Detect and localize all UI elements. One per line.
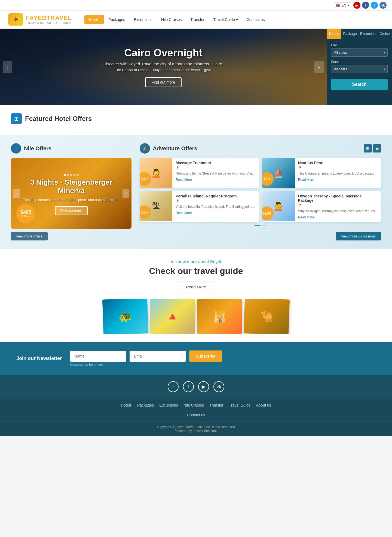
- search-panel: Hotels Package Excursion Cruise City All…: [327, 29, 392, 105]
- paradise-desc: Visit the beautiful Paradise Island. The…: [176, 205, 255, 209]
- footer-powered: Powered by Innovix Solutions: [11, 429, 381, 433]
- footer-link-excursions[interactable]: Excursions: [159, 403, 178, 407]
- nav-item-travel-guide[interactable]: Travel Guide ▾: [209, 15, 242, 24]
- nav-item-hotels[interactable]: Hotels: [84, 15, 104, 24]
- city-select[interactable]: All cities Cairo Luxor Aswan Sharm El Sh…: [331, 48, 388, 57]
- adventure-card-inner: 💆 $190 Oxygen Therapy - Special Massage …: [262, 191, 381, 222]
- sea-image-placeholder: 🐢: [102, 299, 148, 334]
- footer-link-nile[interactable]: Nile Cruises: [183, 403, 204, 407]
- adv-page-1: [255, 225, 260, 226]
- nile-slide-desc: This ship creates the perfect atmosphere…: [16, 198, 126, 202]
- hero-title: Cairo Overnight: [103, 47, 223, 59]
- footer-twitter-icon[interactable]: t: [183, 381, 194, 392]
- oxygen-read-more[interactable]: Read More: [298, 215, 314, 219]
- guide-read-more-button[interactable]: Read More: [178, 282, 214, 292]
- footer-link-hotels[interactable]: Hotels: [121, 403, 132, 407]
- boat-desc: This Catamaran means Luxury pure. It got…: [298, 172, 378, 175]
- featured-section: ⊞ Featured Hotel Offers: [0, 105, 392, 135]
- paradise-read-more[interactable]: Read More: [176, 211, 192, 215]
- nile-slider: ‹ 3 Nights - Steigenberger Minerva This …: [11, 158, 131, 229]
- grid-view-button[interactable]: ⊞: [364, 144, 372, 152]
- logo-sub: ENJOY A UNIQUE EXPERINECE: [26, 22, 74, 25]
- footer-copyright: Copyright © Fayed Travel - 2020. All Rig…: [11, 425, 381, 429]
- chevron-down-icon: ▾: [347, 3, 349, 7]
- guide-title: Check our travel guide: [11, 266, 381, 276]
- nile-slider-next[interactable]: ›: [122, 189, 129, 198]
- adventure-img-wrap-4: 💆 $190: [262, 191, 295, 222]
- oxygen-info: Oxygen Therapy - Special Massage Package…: [295, 191, 381, 222]
- boat-read-more[interactable]: Read More: [298, 178, 314, 182]
- massage-title: Massage Treatment: [176, 161, 255, 165]
- guide-section: to know more about Egypt Check our trave…: [0, 249, 392, 342]
- youtube-icon[interactable]: ▶: [353, 2, 360, 9]
- newsletter-subscribe-button[interactable]: Subscribe: [189, 350, 222, 362]
- nile-slider-prev[interactable]: ‹: [13, 189, 20, 198]
- city-select-wrapper: All cities Cairo Luxor Aswan Sharm El Sh…: [331, 48, 388, 57]
- adventure-card: 🏝 $29 Paradise Island, Regular Program 📍…: [140, 191, 259, 222]
- footer-link-packages[interactable]: Packages: [137, 403, 154, 407]
- person-icon: 👤: [13, 146, 19, 151]
- facebook-icon[interactable]: f: [362, 2, 369, 9]
- paradise-location: 📍: [176, 199, 255, 203]
- grid-icon: ⊞: [14, 115, 19, 122]
- nav-item-nile-cruises[interactable]: Nile Cruises: [157, 15, 186, 24]
- search-tab-excursion[interactable]: Excursion: [359, 29, 377, 39]
- nav-item-transfer[interactable]: Transfer: [186, 15, 209, 24]
- adventure-grid: 💆 $40 Massage Treatment 📍 Relax, and let…: [140, 158, 381, 222]
- search-button[interactable]: Search: [331, 79, 388, 90]
- nile-offers-col: 👤 Nile Offers ‹ 3 Nights - Steigenberger…: [11, 143, 131, 240]
- search-tab-hotels[interactable]: Hotels: [327, 29, 341, 39]
- footer-facebook-icon[interactable]: f: [168, 381, 179, 392]
- nile-price-badge: $405 4 Days: [16, 204, 35, 223]
- paradise-title: Paradise Island, Regular Program: [176, 194, 255, 198]
- nile-price: $405: [20, 210, 31, 215]
- newsletter-form-wrap: Subscribe Unsubscribe from here: [70, 350, 222, 367]
- city-group: City All cities Cairo Luxor Aswan Sharm …: [331, 43, 388, 57]
- search-tab-package[interactable]: Package: [341, 29, 359, 39]
- list-view-button[interactable]: ☰: [373, 144, 381, 152]
- unsubscribe-link[interactable]: Unsubscribe from here: [70, 363, 222, 367]
- newsletter-name-input[interactable]: [70, 351, 126, 362]
- logo[interactable]: ✈ FAYEDTRAVEL ENJOY A UNIQUE EXPERINECE: [8, 13, 74, 26]
- vk-icon[interactable]: vk: [379, 2, 387, 9]
- nile-dot-1: [64, 174, 66, 176]
- hero-cta-button[interactable]: Find out more: [145, 77, 182, 87]
- hero-next-button[interactable]: ›: [314, 61, 324, 73]
- nile-offers-header: 👤 Nile Offers: [11, 143, 131, 154]
- hero-subtitle: Discover with Fayed Travel the city of a…: [103, 62, 223, 66]
- city-label: City: [331, 43, 388, 47]
- footer-youtube-icon[interactable]: ▶: [198, 381, 209, 392]
- search-tab-cruise[interactable]: Cruise: [377, 29, 392, 39]
- massage-location: 📍: [176, 166, 255, 170]
- nav-item-excursions[interactable]: Excursions: [130, 15, 157, 24]
- massage-desc: Relax, and let the Stress & Pain be away…: [176, 172, 255, 175]
- guide-image-pyramids: 🔺: [150, 299, 195, 334]
- adventure-title: Adventure Offers: [153, 145, 197, 152]
- nile-find-out-button[interactable]: Find out more: [55, 206, 88, 215]
- oxygen-location: 📍: [298, 204, 378, 208]
- nile-view-more-button[interactable]: view more offers: [11, 232, 48, 240]
- stars-label: Stars: [331, 60, 388, 64]
- top-bar: 🇬🇧 EN ▾ ▶ f t vk: [0, 0, 392, 11]
- footer-link-guide[interactable]: Travel Guide: [229, 403, 251, 407]
- nav-item-contact[interactable]: Contact us: [242, 15, 269, 24]
- hero-prev-button[interactable]: ‹: [3, 61, 12, 73]
- view-more-excursions-button[interactable]: view more Excursions: [336, 232, 381, 240]
- flag-icon: 🇬🇧: [336, 3, 340, 7]
- twitter-icon[interactable]: t: [371, 2, 378, 9]
- footer-link-transfer[interactable]: Transfer: [209, 403, 223, 407]
- nav-item-packages[interactable]: Packages: [104, 15, 129, 24]
- adventure-card-inner: ⛵ $70 Nautilus Pearl 📍 This Catamaran me…: [262, 158, 381, 188]
- newsletter-email-input[interactable]: [130, 351, 186, 362]
- footer-vk-icon[interactable]: vk: [213, 381, 224, 392]
- nile-dot-4: [74, 174, 76, 176]
- stars-select[interactable]: All Stars 5 Stars 4 Stars 3 Stars 2 Star…: [331, 65, 388, 73]
- footer-bottom: Copyright © Fayed Travel - 2020. All Rig…: [0, 422, 392, 436]
- footer-link-about[interactable]: About us: [256, 403, 271, 407]
- footer-link-contact[interactable]: Contact us: [187, 413, 205, 417]
- massage-read-more[interactable]: Read More: [176, 178, 192, 182]
- adventure-card-inner: 🏝 $29 Paradise Island, Regular Program 📍…: [140, 191, 259, 221]
- paradise-info: Paradise Island, Regular Program 📍 Visit…: [172, 191, 259, 221]
- language-selector[interactable]: 🇬🇧 EN ▾: [334, 2, 351, 8]
- adventure-card: 💆 $190 Oxygen Therapy - Special Massage …: [262, 191, 381, 222]
